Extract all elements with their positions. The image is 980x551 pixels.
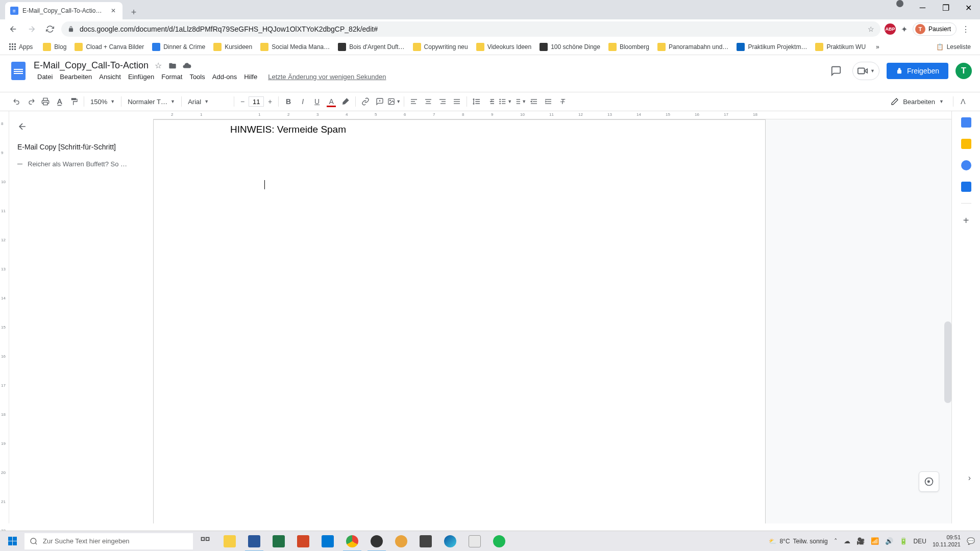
- tasks-addon-icon[interactable]: [961, 160, 971, 170]
- align-left-button[interactable]: [407, 95, 421, 108]
- bookmark-item[interactable]: Praktikum WU: [811, 41, 870, 53]
- bookmark-item[interactable]: Copywriting neu: [409, 41, 472, 53]
- url-input[interactable]: docs.google.com/document/d/1aLlz8dPMfRq7…: [61, 21, 880, 37]
- app-generic-1[interactable]: [389, 531, 413, 552]
- text-color-button[interactable]: A: [325, 95, 338, 108]
- outline-item[interactable]: Reicher als Warren Buffett? So …: [17, 158, 145, 170]
- account-avatar[interactable]: T: [955, 63, 972, 79]
- excel-app[interactable]: [266, 531, 291, 552]
- bookmark-item[interactable]: 100 schöne Dinge: [535, 41, 604, 53]
- onedrive-icon[interactable]: ☁: [844, 537, 850, 545]
- word-app[interactable]: [242, 531, 266, 552]
- insert-comment-button[interactable]: [373, 95, 386, 108]
- menu-ansicht[interactable]: Ansicht: [95, 72, 125, 82]
- volume-icon[interactable]: 🔊: [885, 537, 893, 545]
- chrome-app[interactable]: [340, 531, 364, 552]
- star-document-icon[interactable]: ☆: [154, 61, 163, 70]
- font-select[interactable]: Arial▼: [185, 97, 231, 107]
- spotify-app[interactable]: [487, 531, 511, 552]
- align-center-button[interactable]: [422, 95, 435, 108]
- add-addon-button[interactable]: +: [963, 215, 969, 227]
- star-icon[interactable]: ☆: [868, 25, 874, 33]
- menu-datei[interactable]: Datei: [34, 72, 56, 82]
- bookmark-item[interactable]: Kursideen: [209, 41, 256, 53]
- document-page[interactable]: HINWEIS: Vermeide Spam: [153, 119, 766, 523]
- decrease-font-button[interactable]: −: [237, 96, 248, 107]
- keep-addon-icon[interactable]: [961, 139, 971, 149]
- menu-hilfe[interactable]: Hilfe: [240, 72, 261, 82]
- extensions-icon[interactable]: ✦: [901, 24, 908, 34]
- close-window-button[interactable]: ✕: [957, 0, 980, 15]
- start-button[interactable]: [0, 531, 24, 552]
- language-indicator[interactable]: DEU: [914, 538, 926, 545]
- wifi-icon[interactable]: 📶: [871, 537, 879, 545]
- paragraph-style-select[interactable]: Normaler T…▼: [125, 97, 178, 107]
- numbered-list-button[interactable]: ▼: [513, 95, 526, 108]
- last-edit-link[interactable]: Letzte Änderung vor wenigen Sekunden: [268, 72, 386, 82]
- back-button[interactable]: [6, 22, 20, 36]
- action-center-icon[interactable]: 💬: [967, 537, 975, 545]
- minimize-button[interactable]: ─: [911, 0, 934, 15]
- bookmark-item[interactable]: Blog: [39, 41, 70, 53]
- bookmark-item[interactable]: Bois d'Argent Duft…: [334, 41, 408, 53]
- font-size-input[interactable]: 11: [249, 96, 264, 107]
- maximize-button[interactable]: ❐: [934, 0, 957, 15]
- bold-button[interactable]: B: [282, 95, 295, 108]
- share-button[interactable]: Freigeben: [887, 63, 948, 79]
- mail-app[interactable]: [315, 531, 340, 552]
- taskbar-search[interactable]: Zur Suche Text hier eingeben: [24, 533, 193, 549]
- meet-now-icon[interactable]: 🎥: [856, 537, 865, 545]
- editing-mode-select[interactable]: Bearbeiten ▼: [885, 95, 950, 108]
- cloud-status-icon[interactable]: [182, 61, 191, 70]
- bookmark-item[interactable]: Videokurs Ideen: [472, 41, 536, 53]
- chrome-menu-icon[interactable]: ⋮: [962, 24, 970, 34]
- vertical-scrollbar[interactable]: [944, 321, 951, 403]
- highlight-button[interactable]: [339, 95, 352, 108]
- menu-format[interactable]: Format: [158, 72, 186, 82]
- undo-button[interactable]: [10, 95, 23, 108]
- spellcheck-button[interactable]: A̲: [53, 95, 66, 108]
- task-view-button[interactable]: [193, 531, 217, 552]
- align-justify-button[interactable]: [450, 95, 463, 108]
- zoom-select[interactable]: 150%▼: [87, 97, 118, 107]
- contacts-addon-icon[interactable]: [961, 182, 971, 192]
- meet-button[interactable]: ▼: [852, 62, 879, 80]
- move-document-icon[interactable]: [168, 61, 177, 70]
- obs-app[interactable]: [364, 531, 389, 552]
- reload-button[interactable]: [43, 22, 57, 36]
- browser-tab[interactable]: ≡ E-Mail_Copy_Call-To-Action - G… ✕: [5, 2, 122, 19]
- print-button[interactable]: [39, 95, 52, 108]
- clear-formatting-button[interactable]: T: [556, 95, 569, 108]
- tray-overflow-icon[interactable]: ˄: [834, 537, 838, 545]
- bookmark-item[interactable]: Dinner & Crime: [148, 41, 209, 53]
- line-spacing-button[interactable]: [470, 95, 483, 108]
- bulleted-list-button[interactable]: ▼: [499, 95, 512, 108]
- file-explorer-app[interactable]: [217, 531, 242, 552]
- powerpoint-app[interactable]: [291, 531, 315, 552]
- close-tab-icon[interactable]: ✕: [109, 7, 117, 15]
- checklist-button[interactable]: [484, 95, 498, 108]
- bookmark-item[interactable]: Cload + Canva Bilder: [70, 41, 148, 53]
- bookmark-item[interactable]: Social Media Mana…: [256, 41, 334, 53]
- apps-button[interactable]: Apps: [5, 41, 37, 53]
- notepad-app[interactable]: [462, 531, 487, 552]
- document-canvas[interactable]: 21123456789101112131415161718 HINWEIS: V…: [153, 111, 951, 523]
- bookmark-item[interactable]: Bloomberg: [604, 41, 653, 53]
- bookmarks-overflow[interactable]: »: [872, 41, 884, 53]
- clock[interactable]: 09:51 10.11.2021: [933, 534, 961, 547]
- insert-link-button[interactable]: [359, 95, 372, 108]
- align-right-button[interactable]: [436, 95, 449, 108]
- menu-tools[interactable]: Tools: [186, 72, 208, 82]
- forward-button[interactable]: [24, 22, 39, 36]
- bookmark-item[interactable]: Praktikum Projektm…: [732, 41, 811, 53]
- paint-format-button[interactable]: [67, 95, 81, 108]
- underline-button[interactable]: U: [310, 95, 324, 108]
- abp-extension-icon[interactable]: ABP: [885, 23, 896, 35]
- increase-indent-button[interactable]: [542, 95, 555, 108]
- app-generic-2[interactable]: [413, 531, 438, 552]
- outline-back-button[interactable]: [17, 121, 30, 134]
- docs-home-button[interactable]: [8, 61, 29, 81]
- insert-image-button[interactable]: ▼: [387, 95, 401, 108]
- italic-button[interactable]: I: [296, 95, 309, 108]
- redo-button[interactable]: [24, 95, 38, 108]
